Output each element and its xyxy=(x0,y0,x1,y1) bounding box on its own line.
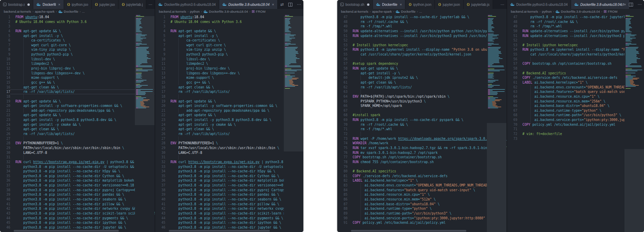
code-line[interactable]: 51RUN update-alternatives --install /usr… xyxy=(507,34,644,38)
close-icon[interactable]: × xyxy=(400,2,402,7)
code-line[interactable]: 76RUN mv spark-3.0.1-bin-hadoop2.7 /opt/… xyxy=(337,150,507,155)
tab-jupyterlab-js[interactable]: {}jupyterlab.js xyxy=(464,0,493,9)
code-line[interactable]: 19RUN apt-get update && \ xyxy=(0,99,155,104)
code-line[interactable]: 29 PATH=/usr/local/bin:/usr/sbin:/usr/bi… xyxy=(155,146,303,150)
code-line[interactable]: 85 ai.backend.resource.min.cpu="1" \ xyxy=(337,192,507,197)
code-line[interactable]: 70 rm -rf /root/.cache && \ xyxy=(337,122,507,127)
close-icon[interactable]: × xyxy=(272,2,274,7)
code-line[interactable]: 55 cat /usr/local/share/jupyter/kernels/… xyxy=(337,52,507,57)
code-line[interactable]: 68#install spark xyxy=(337,113,507,118)
code-line[interactable]: 45 python3.8 -m pip install --no-cache-d… xyxy=(155,220,303,225)
breadcrumb-item[interactable]: ... xyxy=(419,10,422,13)
breadcrumb-item[interactable]: backend.ai-kernels xyxy=(4,10,31,13)
code-line[interactable]: 3 xyxy=(155,24,303,29)
code-line[interactable]: 61LABEL ai.backend.kernelspec="1" \ xyxy=(507,80,644,85)
code-line[interactable]: 68 ai.backend.runtime-path="/usr/bin/pyt… xyxy=(507,113,644,118)
code-line[interactable]: 86 ai.backend.resource.min.mem="512m" \ xyxy=(337,197,507,202)
code-line[interactable]: 33 python3.8 -m pip install --no-cache-d… xyxy=(155,164,303,169)
code-line[interactable]: 9 python3 python3-pip \ xyxy=(155,52,303,57)
code-line[interactable]: 5 apt-get install -y \ xyxy=(155,34,303,38)
code-line[interactable]: 60COPY ./service-defs /etc/backend.ai/se… xyxy=(507,75,644,80)
code-line[interactable]: 39 python3.8 -m pip install --no-cache-d… xyxy=(0,192,155,197)
code-line[interactable]: 8 vim-tiny zip unzip \ xyxy=(155,47,303,52)
tab-jupyter-json[interactable]: {}jupyter.json xyxy=(435,0,463,9)
open-changes-icon[interactable]: ⇄ xyxy=(621,2,624,7)
code-line[interactable]: 84 ai.backend.features="batch query uid-… xyxy=(337,188,507,193)
code-line[interactable]: 78RUN chmod 755 /opt/container/bootstrap… xyxy=(337,160,507,164)
code-line[interactable]: 31 xyxy=(0,155,155,160)
code-line[interactable]: 55 cat /usr/local/share/jupyter/kernels/… xyxy=(507,52,644,57)
code-line[interactable]: 18 xyxy=(0,94,155,99)
code-line[interactable]: 63 xyxy=(337,89,507,94)
breadcrumb-item[interactable]: FROM xyxy=(252,10,265,13)
minimap-slider[interactable] xyxy=(135,16,154,125)
code-line[interactable]: 36 python3.8 -m pip install --no-cache-d… xyxy=(0,178,155,183)
code-line[interactable]: 6 ca-certificates \ xyxy=(0,38,155,43)
code-line[interactable]: 24 apt-get install -y cmake && \ xyxy=(0,122,155,127)
minimap-slider[interactable] xyxy=(624,149,644,232)
breadcrumb-item[interactable]: backend.ai-kernels xyxy=(159,10,186,13)
code-line[interactable]: 54RUN python3.8 -m ipykernel install --d… xyxy=(337,47,507,52)
code-line[interactable]: 67 ai.backend.runtime-type="python" \ xyxy=(507,108,644,113)
code-line[interactable]: 73RUN wget -P /home/work https://downloa… xyxy=(337,136,507,141)
code-line[interactable]: 12 proj-bin libproj-dev \ xyxy=(0,66,155,71)
code-line[interactable]: 15 gcc g++ && \ xyxy=(0,80,155,85)
code-line[interactable]: 4RUN apt-get update && \ xyxy=(155,29,303,34)
code-line[interactable]: 32RUN curl https://bootstrap.pypa.io/get… xyxy=(155,160,303,164)
editor[interactable]: 1FROM ubuntu:18.042# Ubuntu 18.04 comes … xyxy=(0,14,155,232)
code-line[interactable]: 73 xyxy=(507,136,644,141)
code-line[interactable]: 81COPY ./service-defs /etc/backend.ai/se… xyxy=(337,174,507,179)
tab-dockerfile-python3-6-ubuntu18-04[interactable]: Dockerfile.python3.6-ubuntu18.04 xyxy=(507,0,571,9)
breadcrumb-item[interactable]: FROM xyxy=(604,10,617,13)
code-line[interactable]: 7 wget curl git-core \ xyxy=(155,43,303,48)
code-line[interactable]: 58 xyxy=(507,66,644,71)
code-line[interactable]: 49 rm -f /tmp/*.whl xyxy=(337,24,507,29)
code-line[interactable]: 26 rm -rf /var/lib/apt/lists/ xyxy=(155,132,303,136)
code-line[interactable]: 3 xyxy=(0,24,155,29)
code-line[interactable]: 79 xyxy=(337,164,507,169)
code-line[interactable]: 32RUN curl https://bootstrap.pypa.io/get… xyxy=(0,160,155,164)
code-line[interactable]: 38 python3.8 -m pip install --no-cache-d… xyxy=(155,188,303,193)
editor[interactable]: 47 python3.8 -m pip install --no-cache-d… xyxy=(507,14,644,232)
code-line[interactable]: 28ENV PYTHONUNBUFFERED=1 \ xyxy=(0,141,155,146)
code-line[interactable]: 5 apt-get install -y \ xyxy=(0,34,155,38)
code-line[interactable]: 15 gcc g++ && \ xyxy=(155,80,303,85)
code-line[interactable]: 19RUN apt-get update && \ xyxy=(155,99,303,104)
code-line[interactable]: 47 python3.8 -m pip install --no-cache-d… xyxy=(507,15,644,20)
editor[interactable]: 1FROM ubuntu:18.042# Ubuntu 18.04 comes … xyxy=(155,14,303,232)
code-line[interactable]: 48 rm -rf /root/.cache && \ xyxy=(337,20,507,24)
breadcrumb-item[interactable]: Dockerfile xyxy=(58,10,78,13)
code-line[interactable]: 64ENV PATH=${PATH}:/opt/spark/bin:/opt/s… xyxy=(337,94,507,99)
code-line[interactable]: 51RUN update-alternatives --install /usr… xyxy=(337,34,507,38)
code-line[interactable]: 61 apt-get clean && \ xyxy=(337,80,507,85)
code-line[interactable]: 63 ai.backend.features="batch query uid-… xyxy=(507,89,644,94)
code-line[interactable]: 89 ai.backend.runtime-path="/usr/bin/pyt… xyxy=(337,211,507,216)
code-line[interactable]: 29 PATH=/usr/local/bin:/usr/sbin:/usr/bi… xyxy=(0,146,155,150)
code-line[interactable]: 46 python3.8 -m pip install --no-cache-d… xyxy=(155,225,303,230)
code-line[interactable]: 37 python3.8 -m pip install --no-cache-d… xyxy=(0,183,155,188)
horizontal-scrollbar[interactable] xyxy=(351,230,466,232)
code-line[interactable]: 71 rm -f /tmp/*.whl xyxy=(337,127,507,132)
close-icon[interactable]: × xyxy=(58,2,60,7)
breadcrumb-item[interactable]: Dockerfile.3.8-ubuntu18.04 xyxy=(555,10,600,13)
code-line[interactable]: 37 python3.8 -m pip install --no-cache-d… xyxy=(155,183,303,188)
code-line[interactable]: 39 python3.8 -m pip install --no-cache-d… xyxy=(155,192,303,197)
code-line[interactable]: 36 python3.8 -m pip install --no-cache-d… xyxy=(155,178,303,183)
code-line[interactable]: 16 apt-get clean && \ xyxy=(155,85,303,90)
breadcrumb-item[interactable]: backend.ai-kernels xyxy=(341,10,368,13)
code-line[interactable]: 65 ai.backend.resource.min.mem="256m" \ xyxy=(507,99,644,104)
tab-jupyterlab-js[interactable]: {}jupyterlab.js xyxy=(118,0,146,9)
code-line[interactable]: 20 apt-get install -y software-propertie… xyxy=(0,103,155,108)
horizontal-scrollbar[interactable] xyxy=(14,230,119,232)
code-line[interactable]: 40 python3.8 -m pip install --no-cache-d… xyxy=(155,197,303,202)
code-line[interactable]: 13 libgeos-dev libgeos++-dev \ xyxy=(0,71,155,76)
code-line[interactable]: 56 xyxy=(507,57,644,62)
code-line[interactable]: 7 wget curl git-core \ xyxy=(0,43,155,48)
minimap-slider[interactable] xyxy=(487,123,506,232)
breadcrumb-item[interactable]: python xyxy=(190,10,200,13)
code-line[interactable]: 14 mime-support \ xyxy=(0,75,155,80)
minimap[interactable] xyxy=(284,14,303,232)
code-line[interactable]: 57#setup spark dependency xyxy=(337,61,507,66)
code-line[interactable]: 60 default-jdk iproute2 && \ xyxy=(337,75,507,80)
code-line[interactable]: 58RUN apt-get update && \ xyxy=(337,66,507,71)
